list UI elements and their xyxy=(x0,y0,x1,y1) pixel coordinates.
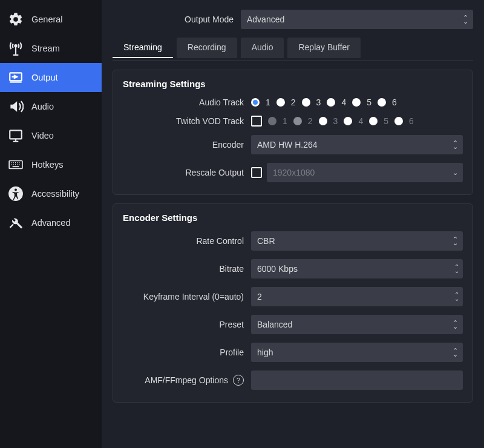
bitrate-input[interactable]: 6000 Kbps ⌃⌄ xyxy=(251,259,463,278)
sidebar-item-label: Hotkeys xyxy=(31,160,63,170)
profile-value: high xyxy=(257,348,273,357)
rate-control-row: Rate Control CBR ⌃⌄ xyxy=(123,231,463,251)
svg-point-0 xyxy=(15,45,16,47)
rate-control-label: Rate Control xyxy=(123,236,251,246)
bitrate-row: Bitrate 6000 Kbps ⌃⌄ xyxy=(123,259,463,278)
sidebar-item-output[interactable]: Output xyxy=(0,63,102,92)
sidebar-item-accessibility[interactable]: Accessibility xyxy=(0,179,102,208)
chevron-updown-icon: ⌃⌄ xyxy=(453,237,458,245)
sidebar-item-label: Output xyxy=(31,73,58,82)
amf-label-wrap: AMF/FFmpeg Options ? xyxy=(123,375,251,386)
keyframe-label: Keyframe Interval (0=auto) xyxy=(123,292,251,301)
bitrate-value: 6000 Kbps xyxy=(257,264,298,274)
encoder-value: AMD HW H.264 xyxy=(257,140,318,150)
audio-track-label: Audio Track xyxy=(123,97,251,107)
output-mode-value: Advanced xyxy=(247,15,284,24)
sidebar-item-advanced[interactable]: Advanced xyxy=(0,208,102,237)
svg-point-22 xyxy=(15,189,17,191)
twitch-vod-checkbox[interactable] xyxy=(251,116,262,127)
preset-value: Balanced xyxy=(257,320,292,329)
chevron-down-icon: ⌄ xyxy=(453,171,458,174)
help-icon[interactable]: ? xyxy=(233,375,244,386)
rescale-row: Rescale Output 1920x1080 ⌄ xyxy=(123,163,463,182)
speaker-icon xyxy=(7,98,24,115)
audio-track-row: Audio Track 1 2 3 4 5 6 xyxy=(123,97,463,107)
gear-icon xyxy=(7,11,24,28)
audio-track-radio-1[interactable] xyxy=(251,98,260,107)
rescale-checkbox[interactable] xyxy=(251,167,262,178)
audio-track-radio-6[interactable] xyxy=(378,98,386,107)
monitor-icon xyxy=(7,127,24,144)
chevron-updown-icon: ⌃⌄ xyxy=(463,16,468,23)
twitch-vod-label: Twitch VOD Track xyxy=(123,116,251,126)
keyframe-row: Keyframe Interval (0=auto) 2 ⌃⌄ xyxy=(123,287,463,306)
rate-control-select[interactable]: CBR ⌃⌄ xyxy=(251,231,463,251)
streaming-settings-title: Streaming Settings xyxy=(123,79,463,89)
sidebar-item-label: General xyxy=(31,15,63,24)
amf-label: AMF/FFmpeg Options xyxy=(145,375,228,385)
main-content: Output Mode Advanced ⌃⌄ Streaming Record… xyxy=(102,0,484,448)
twitch-vod-radio-4[interactable] xyxy=(344,117,352,125)
output-mode-select[interactable]: Advanced ⌃⌄ xyxy=(241,10,473,29)
sidebar: General Stream Output Audio Video Hotkey… xyxy=(0,0,102,448)
sidebar-item-audio[interactable]: Audio xyxy=(0,92,102,121)
output-mode-row: Output Mode Advanced ⌃⌄ xyxy=(113,10,473,29)
encoder-label: Encoder xyxy=(123,140,251,150)
twitch-vod-radio-2[interactable] xyxy=(293,117,302,125)
sidebar-item-video[interactable]: Video xyxy=(0,121,102,150)
encoder-select[interactable]: AMD HW H.264 ⌃⌄ xyxy=(251,135,463,154)
twitch-vod-radio-1[interactable] xyxy=(268,117,276,125)
sidebar-item-hotkeys[interactable]: Hotkeys xyxy=(0,150,102,179)
sidebar-item-label: Stream xyxy=(31,44,60,53)
output-tabs: Streaming Recording Audio Replay Buffer xyxy=(113,38,473,58)
audio-track-radio-4[interactable] xyxy=(327,98,335,107)
rescale-select[interactable]: 1920x1080 ⌄ xyxy=(267,163,463,182)
amf-row: AMF/FFmpeg Options ? xyxy=(123,371,463,390)
antenna-icon xyxy=(7,40,24,57)
output-icon xyxy=(7,69,24,86)
bitrate-label: Bitrate xyxy=(123,264,251,274)
preset-label: Preset xyxy=(123,320,251,329)
rescale-value: 1920x1080 xyxy=(273,168,315,177)
audio-track-radio-3[interactable] xyxy=(302,98,310,107)
streaming-settings-panel: Streaming Settings Audio Track 1 2 3 4 5… xyxy=(113,70,473,195)
rescale-label: Rescale Output xyxy=(123,168,251,177)
profile-row: Profile high ⌃⌄ xyxy=(123,343,463,362)
twitch-vod-radio-6[interactable] xyxy=(394,117,403,125)
preset-select[interactable]: Balanced ⌃⌄ xyxy=(251,315,463,334)
accessibility-icon xyxy=(7,185,24,202)
tab-streaming[interactable]: Streaming xyxy=(113,38,173,58)
audio-track-radio-group: 1 2 3 4 5 6 xyxy=(251,97,463,107)
spin-buttons[interactable]: ⌃⌄ xyxy=(454,265,459,273)
encoder-row: Encoder AMD HW H.264 ⌃⌄ xyxy=(123,135,463,154)
sidebar-item-label: Video xyxy=(31,131,54,140)
audio-track-radio-2[interactable] xyxy=(276,98,285,107)
encoder-settings-title: Encoder Settings xyxy=(123,212,463,223)
chevron-updown-icon: ⌃⌄ xyxy=(453,349,458,356)
sidebar-item-general[interactable]: General xyxy=(0,5,102,34)
tab-recording[interactable]: Recording xyxy=(177,38,237,58)
twitch-vod-radio-3[interactable] xyxy=(319,117,327,125)
keyboard-icon xyxy=(7,156,24,173)
profile-label: Profile xyxy=(123,348,251,357)
svg-rect-6 xyxy=(10,130,22,139)
twitch-vod-radio-5[interactable] xyxy=(369,117,378,125)
encoder-settings-panel: Encoder Settings Rate Control CBR ⌃⌄ Bit… xyxy=(113,203,473,403)
sidebar-item-label: Advanced xyxy=(31,218,71,228)
tab-replay-buffer[interactable]: Replay Buffer xyxy=(287,38,361,58)
spin-buttons[interactable]: ⌃⌄ xyxy=(454,292,459,301)
preset-row: Preset Balanced ⌃⌄ xyxy=(123,315,463,334)
rate-control-value: CBR xyxy=(257,236,275,246)
twitch-vod-group: 1 2 3 4 5 6 xyxy=(251,116,463,127)
chevron-updown-icon: ⌃⌄ xyxy=(453,321,458,328)
audio-track-radio-5[interactable] xyxy=(352,98,361,107)
tools-icon xyxy=(7,214,24,231)
keyframe-value: 2 xyxy=(257,292,262,301)
tab-audio[interactable]: Audio xyxy=(241,38,284,58)
amf-input[interactable] xyxy=(251,371,463,390)
sidebar-item-label: Accessibility xyxy=(31,189,79,199)
profile-select[interactable]: high ⌃⌄ xyxy=(251,343,463,362)
sidebar-item-stream[interactable]: Stream xyxy=(0,34,102,63)
keyframe-input[interactable]: 2 ⌃⌄ xyxy=(251,287,463,306)
tab-divider xyxy=(113,61,473,61)
